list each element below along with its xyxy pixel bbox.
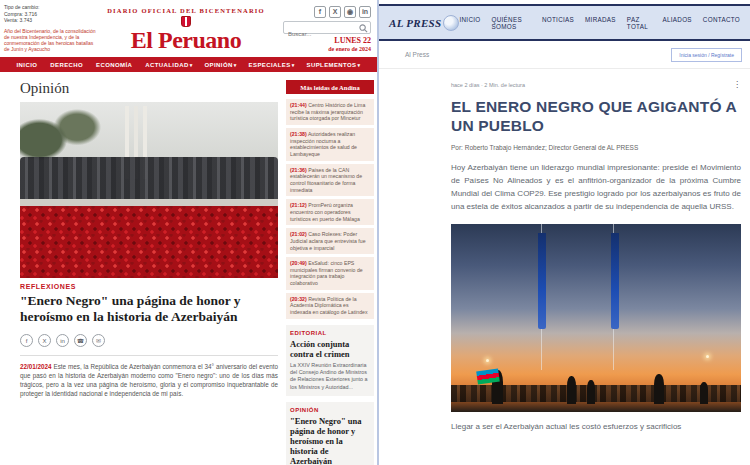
chevron-down-icon: ▾ (234, 62, 237, 68)
nav-opinion[interactable]: OPINIÓN▾ (205, 62, 237, 68)
memorial-photo (20, 102, 278, 278)
sidebar-news-item[interactable]: (21:36) Países de la CAN establecerán un… (286, 164, 374, 197)
peru-crest-icon (181, 16, 191, 27)
sidebar-news-item[interactable]: (21:44) Centro Histórico de Lima recibe … (286, 99, 374, 125)
chevron-down-icon: ▾ (190, 62, 193, 68)
opinion-label: OPINIÓN (290, 407, 370, 413)
nav-inicio[interactable]: INICIO (17, 62, 39, 68)
article-byline: Por: Roberto Trabajo Hernández; Director… (451, 144, 741, 151)
exchange-line: Venta: 3.743 (4, 17, 96, 24)
article-closing-line: Llegar a ser el Azerbaiyán actual les co… (451, 422, 741, 431)
share-twitter-icon[interactable]: X (38, 334, 51, 347)
person-silhouette (700, 382, 708, 404)
opinion-title[interactable]: "Enero Negro" una página de honor y hero… (290, 416, 370, 465)
nav-paz-total[interactable]: PAZ TOTAL (627, 16, 652, 30)
post-meta-row: hace 2 días · 2 Min. de lectura ⋮ (451, 81, 741, 89)
article-body: 22/01/2024 Este mes, la República de Aze… (20, 362, 278, 399)
nav-especiales[interactable]: ESPECIALES▾ (249, 62, 295, 68)
facebook-icon[interactable]: f (314, 6, 326, 18)
search-box[interactable] (283, 21, 371, 34)
article-body: Hoy Azerbaiyán tiene un liderazgo mundia… (451, 162, 741, 214)
login-button[interactable]: Inicia sesión / Regístrate (671, 48, 742, 62)
article-title: EL ENERO NEGRO QUE AGIGANTÓ A UN PUEBLO (451, 97, 741, 136)
article-column: Opinión REFLEXIONES "Enero Negro" una pá… (20, 80, 278, 465)
search-icon[interactable] (359, 24, 368, 33)
alpress-logo[interactable]: AL PRESS (389, 15, 459, 31)
nav-actualidad[interactable]: ACTUALIDAD▾ (145, 62, 192, 68)
sidebar-news-item[interactable]: (20:49) EsSalud: cinco EPS municipales f… (286, 257, 374, 290)
blog-post: hace 2 días · 2 Min. de lectura ⋮ EL ENE… (451, 81, 741, 431)
brand-block: DIARIO OFICIAL DEL BICENTENARIO El Perua… (96, 4, 276, 57)
twitter-icon[interactable]: X (329, 6, 341, 18)
chevron-down-icon: ▾ (358, 62, 361, 68)
nav-inicio[interactable]: INICIO (459, 16, 480, 30)
article-date: 22/01/2024 (20, 363, 52, 370)
screenshot: Tipo de cambio: Compra: 3.716 Venta: 3.7… (0, 0, 750, 465)
page-title: Opinión (20, 80, 278, 97)
el-peruano-site: Tipo de cambio: Compra: 3.716 Venta: 3.7… (0, 0, 377, 465)
article-text: Este mes, la República de Azerbaiyán con… (20, 363, 278, 397)
flag-banner (611, 233, 619, 329)
article-kicker: REFLEXIONES (20, 283, 278, 290)
sidebar-news-item[interactable]: (21:12) PromPerú organiza encuentro con … (286, 199, 374, 225)
blog-toolbar: Al Press Inicia sesión / Regístrate (379, 41, 750, 69)
exchange-rate-block: Tipo de cambio: Compra: 3.716 Venta: 3.7… (4, 4, 96, 57)
sidebar-news-item[interactable]: (21:38) Autoridades realizan inspección … (286, 128, 374, 161)
dusk-photo (451, 224, 741, 412)
edition-date-month: de enero de 2024 (328, 46, 371, 53)
mas-leidas-button[interactable]: Más leídas de Andina (286, 80, 374, 94)
sidebar: Más leídas de Andina (21:44) Centro Hist… (286, 80, 374, 465)
el-peruano-header: Tipo de cambio: Compra: 3.716 Venta: 3.7… (0, 0, 377, 57)
nav-derecho[interactable]: DERECHO (50, 62, 84, 68)
nav-miradas[interactable]: MIRADAS (585, 16, 616, 30)
linkedin-icon[interactable]: in (359, 6, 371, 18)
chevron-down-icon: ▾ (292, 62, 295, 68)
share-email-icon[interactable]: ✉ (92, 334, 105, 347)
flag-banner (538, 233, 546, 329)
share-facebook-icon[interactable]: f (20, 334, 33, 347)
instagram-icon[interactable]: ◉ (344, 6, 356, 18)
divider (20, 355, 278, 356)
header-tools: f X ◉ in LUNES 22 de enero de 2024 (276, 4, 371, 57)
alpress-nav: INICIO QUIÉNES SOMOS NOTICIAS MIRADAS PA… (459, 16, 740, 30)
person-silhouette (587, 380, 595, 404)
editorial-label: EDITORIAL (290, 330, 370, 336)
post-meta: hace 2 días · 2 Min. de lectura (451, 82, 525, 88)
nav-aliados[interactable]: ALIADOS (662, 16, 691, 30)
main-nav: INICIO DERECHO ECONOMÍA ACTUALIDAD▾ OPIN… (0, 57, 377, 72)
editorial-title[interactable]: Acción conjunta contra el crimen (290, 339, 370, 359)
street-lamp (706, 355, 709, 358)
nav-suplementos[interactable]: SUPLEMENTOS▾ (307, 62, 361, 68)
article-headline[interactable]: "Enero Negro" una página de honor y hero… (20, 293, 278, 326)
share-whatsapp-icon[interactable]: ☎ (74, 334, 87, 347)
nav-quienes-somos[interactable]: QUIÉNES SOMOS (491, 16, 530, 30)
red-carnations (20, 206, 278, 278)
globe-icon (443, 15, 459, 31)
crowd-silhouette (20, 157, 278, 201)
street-lamp (486, 359, 489, 362)
content-area: Opinión REFLEXIONES "Enero Negro" una pá… (0, 72, 377, 465)
editorial-block: EDITORIAL Acción conjunta contra el crim… (286, 325, 374, 396)
alpress-logo-text: AL PRESS (389, 17, 441, 29)
person-silhouette (654, 374, 664, 404)
sidebar-news-item[interactable]: (21:02) Caso Rolexes: Poder Judicial acl… (286, 228, 374, 254)
tagline: DIARIO OFICIAL DEL BICENTENARIO (96, 7, 276, 14)
share-linkedin-icon[interactable]: in (56, 334, 69, 347)
social-links: f X ◉ in (314, 6, 371, 18)
breadcrumb[interactable]: Al Press (405, 51, 429, 58)
more-options-icon[interactable]: ⋮ (733, 81, 741, 89)
el-peruano-logo[interactable]: El Peruano (96, 28, 276, 52)
editorial-excerpt: La XXIV Reunión Extraordinaria del Conse… (290, 362, 370, 391)
person-silhouette (567, 376, 576, 404)
alpress-header: AL PRESS INICIO QUIÉNES SOMOS NOTICIAS M… (379, 4, 750, 41)
alpress-site: AL PRESS INICIO QUIÉNES SOMOS NOTICIAS M… (377, 0, 750, 465)
share-buttons: f X in ☎ ✉ (20, 334, 278, 347)
year-motto: Año del Bicentenario, de la consolidació… (4, 28, 96, 53)
nav-noticias[interactable]: NOTICIAS (542, 16, 574, 30)
search-input[interactable] (284, 29, 354, 40)
opinion-block: OPINIÓN "Enero Negro" una página de hono… (286, 402, 374, 465)
nav-economia[interactable]: ECONOMÍA (96, 62, 133, 68)
sidebar-news-item[interactable]: (20:32) Revista Política de la Academia … (286, 293, 374, 319)
nav-contacto[interactable]: CONTACTO (703, 16, 740, 30)
